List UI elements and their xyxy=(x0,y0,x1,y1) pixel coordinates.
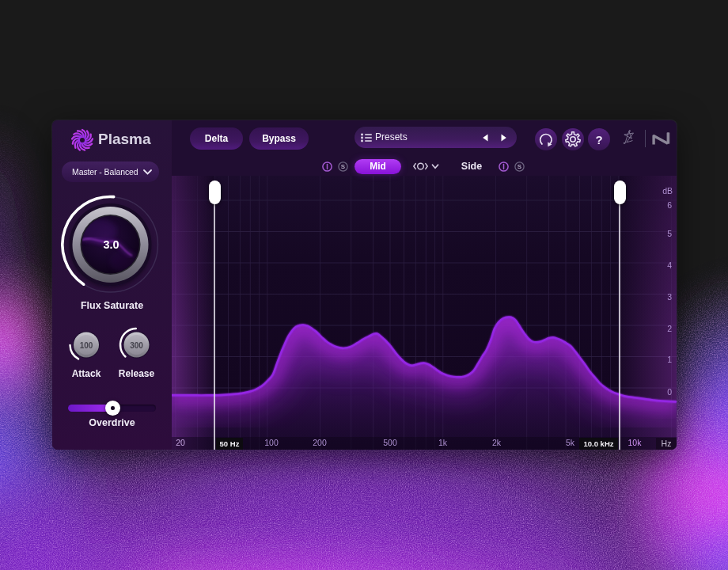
svg-text:S: S xyxy=(341,163,346,170)
svg-text:S: S xyxy=(517,163,521,170)
svg-text:300: 300 xyxy=(130,341,143,350)
svg-text:?: ? xyxy=(595,133,602,146)
svg-text:100: 100 xyxy=(80,341,93,350)
svg-text:3.0: 3.0 xyxy=(103,238,119,251)
